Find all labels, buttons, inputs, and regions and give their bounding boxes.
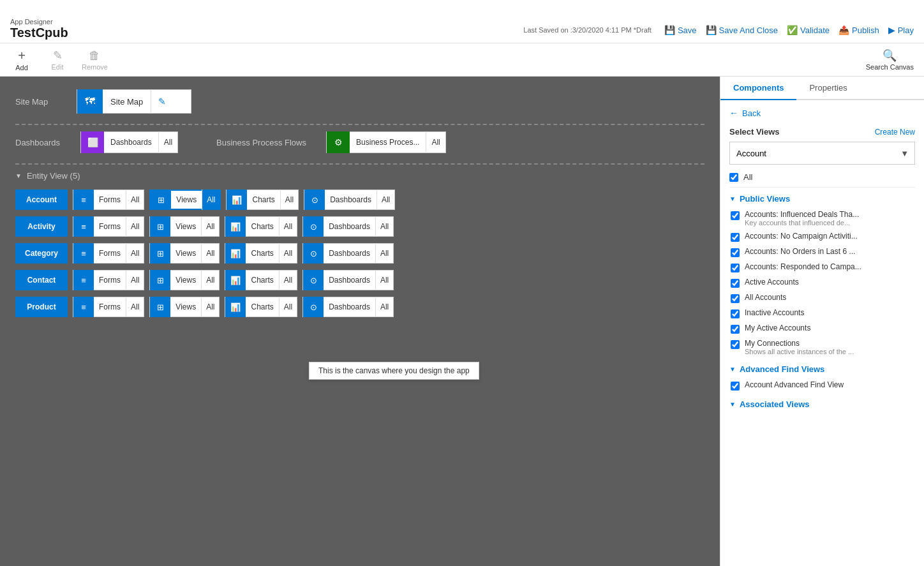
view-checkbox[interactable] [731, 309, 740, 318]
view-checkbox[interactable] [731, 264, 740, 272]
sitemap-row: Site Map 🗺 Site Map ✎ [15, 89, 704, 114]
entity-component[interactable]: ≡FormsAll [73, 297, 144, 317]
entity-component[interactable]: ≡FormsAll [73, 216, 144, 237]
view-checkbox[interactable] [731, 325, 740, 334]
view-item-text: My Active Accounts [745, 324, 810, 332]
dashboards-entity-icon: ⊙ [303, 297, 324, 317]
view-checkbox[interactable] [731, 382, 740, 391]
entity-component[interactable]: ⊙DashboardsAll [302, 216, 394, 237]
entity-name-btn[interactable]: Product [15, 297, 68, 317]
bpf-icon: ⚙ [327, 131, 350, 153]
comp-all-btn[interactable]: All [202, 190, 220, 210]
comp-all-btn[interactable]: All [280, 190, 298, 210]
toolbar-search[interactable]: 🔍 Search Canvas [866, 48, 914, 71]
comp-all-btn[interactable]: All [126, 190, 144, 210]
remove-button[interactable]: 🗑 Remove [82, 49, 108, 71]
entity-component[interactable]: ⊙DashboardsAll [302, 243, 394, 264]
canvas-scroll-outer[interactable]: Site Map 🗺 Site Map ✎ Dashboards ⬜ Dashb… [0, 77, 720, 566]
view-item-text: Accounts: No Orders in Last 6 ... [745, 247, 855, 256]
entity-name-btn[interactable]: Contact [15, 270, 68, 290]
dashboards-all-btn[interactable]: All [158, 131, 177, 153]
comp-all-btn[interactable]: All [126, 270, 144, 290]
advanced-find-header[interactable]: ▼ Advanced Find Views [729, 364, 915, 374]
views-dropdown-select[interactable]: Account [729, 142, 915, 165]
validate-button[interactable]: ✅ Validate [787, 25, 830, 35]
comp-all-btn[interactable]: All [126, 216, 144, 237]
play-button[interactable]: ▶ Play [888, 25, 914, 35]
comp-all-btn[interactable]: All [375, 243, 393, 264]
bpf-all-btn[interactable]: All [426, 131, 445, 153]
entity-component[interactable]: ⊞ViewsAll [149, 216, 220, 237]
entity-name-btn[interactable]: Account [15, 190, 68, 210]
comp-all-btn[interactable]: All [279, 216, 297, 237]
comp-text: Charts [246, 222, 278, 231]
view-checkbox[interactable] [731, 211, 740, 220]
view-item-text: Inactive Accounts [745, 308, 804, 317]
bpf-block[interactable]: ⚙ Business Proces... All [326, 131, 446, 153]
sitemap-edit-icon[interactable]: ✎ [151, 89, 172, 114]
sitemap-block[interactable]: 🗺 Site Map ✎ [77, 89, 191, 114]
associated-views-header[interactable]: ▼ Associated Views [729, 399, 915, 409]
entity-component[interactable]: ≡FormsAll [73, 243, 144, 264]
comp-all-btn[interactable]: All [126, 297, 144, 317]
entity-component[interactable]: ≡FormsAll [73, 190, 144, 210]
comp-all-btn[interactable]: All [201, 216, 219, 237]
entity-component[interactable]: ⊙DashboardsAll [302, 270, 394, 290]
comp-text: Forms [94, 222, 126, 231]
tab-properties[interactable]: Properties [796, 77, 860, 99]
forms-icon: ≡ [73, 190, 94, 210]
app-name: TestCpub [10, 26, 68, 40]
add-button[interactable]: + Add [10, 48, 33, 71]
entity-component[interactable]: 📊ChartsAll [225, 270, 297, 290]
entity-name-btn[interactable]: Activity [15, 216, 68, 237]
tab-components[interactable]: Components [720, 77, 796, 100]
advanced-find-triangle: ▼ [729, 366, 736, 373]
entity-name-btn[interactable]: Category [15, 243, 68, 264]
comp-all-btn[interactable]: All [375, 216, 393, 237]
view-checkbox[interactable] [731, 294, 740, 303]
public-views-header[interactable]: ▼ Public Views [729, 194, 915, 204]
save-close-icon: 💾 [706, 25, 717, 35]
comp-all-btn[interactable]: All [279, 270, 297, 290]
comp-all-btn[interactable]: All [375, 297, 393, 317]
entity-component[interactable]: ⊞ViewsAll [149, 243, 220, 264]
entity-component[interactable]: ⊞ViewsAll [149, 270, 220, 290]
comp-all-btn[interactable]: All [279, 297, 297, 317]
comp-all-btn[interactable]: All [201, 270, 219, 290]
entity-component[interactable]: 📊ChartsAll [225, 216, 297, 237]
entity-component[interactable]: 📊ChartsAll [225, 243, 297, 264]
save-button[interactable]: 💾 Save [664, 25, 697, 35]
forms-icon: ≡ [73, 216, 94, 237]
comp-all-btn[interactable]: All [126, 243, 144, 264]
entity-component[interactable]: 📊ChartsAll [225, 297, 297, 317]
view-checkbox[interactable] [731, 233, 740, 242]
edit-button[interactable]: ✎ Edit [46, 48, 69, 71]
dashboards-block[interactable]: ⬜ Dashboards All [80, 131, 178, 153]
view-checkbox[interactable] [731, 340, 740, 349]
create-new-link[interactable]: Create New [875, 128, 915, 137]
main-layout: Site Map 🗺 Site Map ✎ Dashboards ⬜ Dashb… [0, 77, 924, 566]
all-checkbox[interactable] [729, 173, 738, 182]
view-item: Accounts: Influenced Deals Tha...Key acc… [729, 207, 915, 229]
entity-component[interactable]: ⊞ViewsAll [149, 190, 221, 210]
entity-component[interactable]: ⊙DashboardsAll [304, 190, 395, 210]
entity-component[interactable]: ⊙DashboardsAll [302, 297, 394, 317]
entity-view-header[interactable]: ▼ Entity View (5) [15, 171, 704, 181]
views-icon: ⊞ [150, 216, 170, 237]
entity-row: Product≡FormsAll⊞ViewsAll📊ChartsAll⊙Dash… [15, 297, 704, 317]
entity-component[interactable]: 📊ChartsAll [226, 190, 299, 210]
forms-icon: ≡ [73, 270, 94, 290]
view-checkbox[interactable] [731, 279, 740, 288]
comp-all-btn[interactable]: All [279, 243, 297, 264]
comp-all-btn[interactable]: All [375, 270, 393, 290]
view-checkbox[interactable] [731, 248, 740, 257]
back-button[interactable]: ← Back [729, 108, 915, 118]
view-item: Active Accounts [729, 275, 915, 290]
save-close-button[interactable]: 💾 Save And Close [706, 25, 779, 35]
comp-all-btn[interactable]: All [201, 243, 219, 264]
comp-all-btn[interactable]: All [376, 190, 394, 210]
comp-all-btn[interactable]: All [201, 297, 219, 317]
entity-component[interactable]: ≡FormsAll [73, 270, 144, 290]
entity-component[interactable]: ⊞ViewsAll [149, 297, 220, 317]
publish-button[interactable]: 📤 Publish [838, 25, 879, 35]
